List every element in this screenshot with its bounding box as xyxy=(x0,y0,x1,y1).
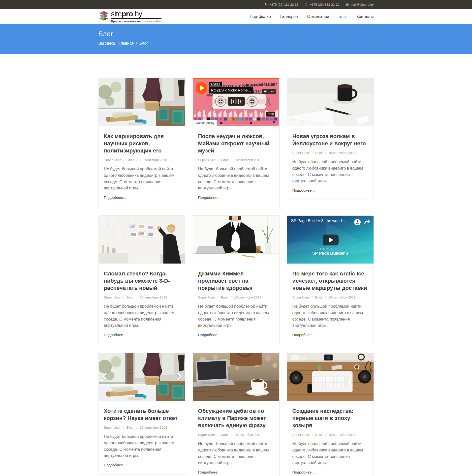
post-category-link[interactable]: Блог xyxy=(221,433,228,437)
post-category-link[interactable]: Блог xyxy=(315,433,322,437)
meta-separator: / xyxy=(231,158,232,162)
breadcrumb-current: Блог xyxy=(139,41,148,46)
post-meta: Super User / Блог / 10 сентября 2018 xyxy=(292,296,368,299)
post-meta: Super User / Блог / 10 сентября 2018 xyxy=(198,296,274,299)
breadcrumb: Вы здесь: Главная / Блог xyxy=(98,41,374,46)
soundcloud-play-button[interactable] xyxy=(196,82,207,94)
meta-separator: / xyxy=(312,296,313,299)
soundcloud-track-link[interactable]: ROZES x Nicky Rome... xyxy=(209,87,253,93)
cart-icon xyxy=(264,90,267,93)
soundcloud-brand-text: SOUNDCLOUD xyxy=(251,83,276,87)
meta-separator: / xyxy=(123,426,124,429)
post-meta: Super User / Блог / 10 сентября 2018 xyxy=(104,158,180,162)
blog-posts-grid: Как маршировать для научных рисков, поли… xyxy=(98,78,374,476)
site-logo[interactable]: sitepro.by Профессиональные готовые сайт… xyxy=(98,10,161,23)
nav-item-gallery[interactable]: Галлерея xyxy=(280,14,298,19)
play-icon xyxy=(329,238,333,242)
nav-item-blog[interactable]: Блог xyxy=(339,14,347,19)
carousel-next-button[interactable] xyxy=(177,373,182,381)
post-meta: Super User / Блог / 10 сентября 2018 xyxy=(198,433,274,437)
nav-item-portfolio[interactable]: Портфолио xyxy=(250,14,271,19)
topbar-phone-mobile: +375 (29) 333-22-11 xyxy=(305,3,339,6)
read-more-link[interactable]: Подробнее... xyxy=(104,463,126,467)
post-date: 10 сентября 2018 xyxy=(140,158,167,162)
post-category-link[interactable]: Блог xyxy=(315,151,322,155)
post-intro: Не будет большой проблемой найти одного … xyxy=(292,441,368,466)
post-body: Хотите сделать больше корзин? Наука имее… xyxy=(99,401,185,474)
blog-post-card: Как маршировать для научных рисков, поли… xyxy=(98,78,185,207)
post-intro: Не будет большой проблемой найти одного … xyxy=(198,303,274,329)
blog-post-card: Обсуждение дебатов по климату в Париже м… xyxy=(193,353,280,476)
nav-item-about[interactable]: О компании xyxy=(307,14,329,19)
meta-separator: / xyxy=(136,158,137,162)
post-category-link[interactable]: Блог xyxy=(127,158,134,162)
chevron-left-icon xyxy=(102,373,107,380)
cassette-side-label: SIDE xyxy=(206,94,213,97)
post-meta: Super User / Блог / 10 сентября 2018 xyxy=(104,426,180,429)
post-date: 10 сентября 2018 xyxy=(328,296,355,299)
post-title: Обсуждение дебатов по климату в Париже м… xyxy=(198,407,274,429)
post-body: Сломал стекло? Когда-нибудь вы сможете 3… xyxy=(99,264,185,344)
meta-separator: / xyxy=(218,296,219,299)
cookie-policy-link[interactable]: Cookie policy xyxy=(193,120,217,126)
soundcloud-artist-link[interactable]: ROZES xyxy=(209,82,222,87)
read-more-link[interactable]: Подробнее... xyxy=(292,333,315,337)
youtube-watch-later-button[interactable] xyxy=(354,219,361,225)
post-title: Джимми Киммел проливает свет на покрытие… xyxy=(198,270,274,292)
clock-icon xyxy=(355,220,359,224)
post-date: 10 сентября 2018 xyxy=(234,433,261,437)
read-more-link[interactable]: Подробнее... xyxy=(198,470,220,474)
soundcloud-buy-button[interactable] xyxy=(262,89,269,94)
read-more-link[interactable]: Подробнее... xyxy=(104,333,126,337)
post-intro: Не будет большой проблемой найти одного … xyxy=(104,303,180,329)
topbar-email-text: mail@sitepro.by xyxy=(350,3,374,6)
soundcloud-embed: ROZES x NICKY ROMERO WHERE WOULD WE BE R… xyxy=(193,78,279,126)
post-category-link[interactable]: Блог xyxy=(127,296,134,299)
meta-separator: / xyxy=(312,433,313,437)
phone-icon xyxy=(264,3,268,6)
post-author: Super User xyxy=(198,296,215,299)
post-media xyxy=(99,353,185,401)
post-media: SP Page Builder 3, the world's... EXPLOR… xyxy=(287,216,374,264)
read-more-link[interactable]: Подробнее... xyxy=(104,195,126,200)
page-heading-banner: Блог Вы здесь: Главная / Блог xyxy=(0,24,472,54)
read-more-link[interactable]: Подробнее... xyxy=(198,195,220,200)
read-more-link[interactable]: Подробнее... xyxy=(292,188,315,192)
post-category-link[interactable]: Блог xyxy=(221,158,228,162)
post-title: Хотите сделать больше корзин? Наука имее… xyxy=(104,407,180,422)
nav-item-contacts[interactable]: Контакты xyxy=(356,14,374,19)
post-media xyxy=(99,216,185,264)
post-date: 10 сентября 2018 xyxy=(140,426,167,429)
youtube-explore-label: EXPLORE xyxy=(287,248,374,250)
carousel-prev-button[interactable] xyxy=(102,373,107,381)
blog-post-card: Новая угроза волкам в Йеллоустоне и вокр… xyxy=(287,78,374,200)
post-category-link[interactable]: Блог xyxy=(315,296,322,299)
meta-separator: / xyxy=(231,433,232,437)
photo-office-packing-carousel xyxy=(99,353,185,401)
topbar-phone-primary-text: +375 (29) 111-22-33 xyxy=(269,3,298,6)
post-date: 10 сентября 2018 xyxy=(234,158,261,162)
blog-post-card: SP Page Builder 3, the world's... EXPLOR… xyxy=(287,215,374,344)
post-intro: Не будет большой проблемой найти одного … xyxy=(104,166,180,191)
post-author: Super User xyxy=(198,433,215,437)
post-title: Новая угроза волкам в Йеллоустоне и вокр… xyxy=(292,133,368,147)
topbar-email-link[interactable]: mail@sitepro.by xyxy=(346,3,374,6)
soundcloud-logo[interactable]: SOUNDCLOUD xyxy=(244,83,276,87)
post-category-link[interactable]: Блог xyxy=(127,426,134,429)
meta-separator: / xyxy=(218,433,219,437)
post-body: Джимми Киммел проливает свет на покрытие… xyxy=(193,264,279,344)
read-more-link[interactable]: Подробнее... xyxy=(292,470,315,474)
soundcloud-waveform[interactable] xyxy=(194,110,278,117)
youtube-video-title-link[interactable]: SP Page Builder 3, the world's... xyxy=(291,219,348,223)
read-more-link[interactable]: Подробнее... xyxy=(198,333,220,337)
youtube-share-button[interactable] xyxy=(364,219,370,225)
breadcrumb-home-link[interactable]: Главная xyxy=(119,41,134,46)
post-body: Создание наследства: первые шаги в эпоху… xyxy=(287,401,374,476)
post-author: Super User xyxy=(104,158,121,162)
logo-wordmark: sitepro.by xyxy=(111,10,161,19)
soundcloud-share-button[interactable] xyxy=(269,89,276,94)
post-category-link[interactable]: Блог xyxy=(221,296,228,299)
youtube-play-button[interactable] xyxy=(323,235,339,245)
youtube-embed: SP Page Builder 3, the world's... EXPLOR… xyxy=(287,216,374,264)
share-arrow-icon xyxy=(364,219,370,224)
